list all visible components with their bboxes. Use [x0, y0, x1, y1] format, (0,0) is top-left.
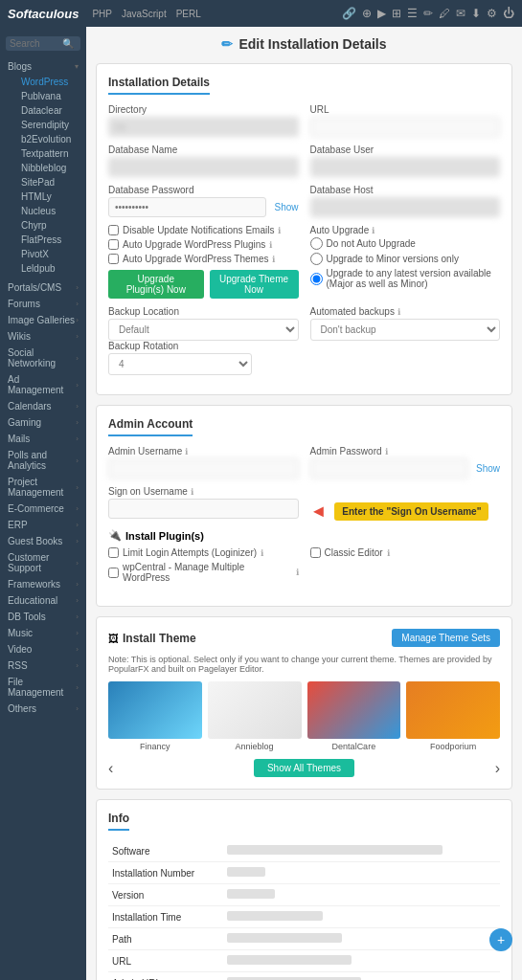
sidebar-item-social[interactable]: Social Networking › [0, 345, 86, 371]
show-all-themes-button[interactable]: Show All Themes [254, 759, 354, 777]
edit-icon[interactable]: ✏ [423, 7, 433, 20]
sidebar-item-video[interactable]: Video › [0, 641, 86, 657]
db-password-input[interactable] [108, 197, 266, 217]
classic-editor-info-icon[interactable]: ℹ [387, 548, 390, 558]
disable-updates-info-icon[interactable]: ℹ [278, 226, 281, 235]
backup-rotation-select[interactable]: 4 [108, 353, 252, 375]
sidebar-item-leldpub[interactable]: Leldpub [13, 261, 86, 276]
sidebar-item-b2evolution[interactable]: b2Evolution [13, 132, 86, 146]
settings-icon[interactable]: ⚙ [487, 7, 497, 20]
download-icon[interactable]: ⬇ [471, 7, 481, 20]
sidebar-item-chyrp[interactable]: Chyrp [13, 218, 86, 233]
upgrade-theme-button[interactable]: Upgrade Theme Now [210, 270, 299, 299]
signon-input[interactable] [108, 499, 299, 519]
js-link[interactable]: JavaScript [122, 9, 167, 19]
sidebar-item-galleries[interactable]: Image Galleries › [0, 312, 86, 328]
sidebar-item-nucleus[interactable]: Nucleus [13, 204, 86, 218]
sidebar-item-nibbleblog[interactable]: Nibbleblog [13, 161, 86, 175]
wpcentral-info-icon[interactable]: ℹ [296, 568, 299, 577]
no-autoupgrade-radio[interactable] [310, 237, 323, 250]
db-host-input[interactable] [310, 197, 501, 217]
link-icon[interactable]: 🔗 [342, 7, 356, 20]
show-admin-password-link[interactable]: Show [476, 463, 500, 474]
sidebar-item-wikis[interactable]: Wikis › [0, 328, 86, 345]
sidebar-item-music[interactable]: Music › [0, 625, 86, 641]
db-user-input[interactable] [310, 157, 501, 177]
upgrade-plugins-button[interactable]: Upgrade Plugin(s) Now [108, 270, 204, 299]
sidebar-item-others[interactable]: Others › [0, 701, 86, 717]
sidebar-item-projectmgmt[interactable]: Project Management › [0, 474, 86, 501]
auto-upgrade-themes-checkbox[interactable] [108, 254, 119, 264]
limit-login-info-icon[interactable]: ℹ [261, 548, 263, 558]
sidebar-item-htmly[interactable]: HTMLy [13, 189, 86, 204]
minor-autoupgrade-radio[interactable] [310, 253, 323, 265]
backup-location-select[interactable]: Default [108, 319, 299, 341]
theme-item-dentalcare[interactable]: DentalCare [307, 681, 401, 751]
search-input[interactable] [10, 38, 62, 49]
url-input[interactable] [310, 117, 501, 137]
sidebar-item-educational[interactable]: Educational › [0, 592, 86, 609]
theme-prev-button[interactable]: ‹ [108, 760, 113, 777]
theme-item-annieblog[interactable]: Annieblog [208, 681, 302, 751]
sidebar-item-blogs[interactable]: Blogs ▾ [0, 58, 86, 75]
sidebar-item-textpattern[interactable]: Textpattern [13, 146, 86, 161]
grid-icon[interactable]: ⊞ [392, 7, 401, 20]
sidebar-item-calendars[interactable]: Calendars › [0, 398, 86, 414]
sidebar-item-polls[interactable]: Polls and Analytics › [0, 447, 86, 474]
theme-item-foodporium[interactable]: Foodporium [406, 681, 500, 751]
automated-backups-info-icon[interactable]: ℹ [397, 307, 400, 317]
auto-upgrade-info-icon[interactable]: ℹ [372, 226, 374, 235]
limit-login-checkbox[interactable] [108, 547, 119, 558]
sidebar-item-rss[interactable]: RSS › [0, 657, 86, 674]
auto-upgrade-plugins-info-icon[interactable]: ℹ [269, 240, 272, 250]
sidebar-item-frameworks[interactable]: Frameworks › [0, 576, 86, 592]
sidebar-item-serendipity[interactable]: Serendipity [13, 118, 86, 132]
directory-input[interactable] [108, 117, 299, 137]
sidebar-item-admanagement[interactable]: Ad Management › [0, 371, 86, 398]
theme-next-button[interactable]: › [495, 760, 500, 777]
admin-username-info-icon[interactable]: ℹ [185, 447, 188, 457]
admin-password-info-icon[interactable]: ℹ [385, 447, 388, 457]
admin-username-input[interactable] [108, 458, 299, 479]
all-autoupgrade-radio[interactable] [310, 273, 323, 285]
auto-upgrade-themes-label: Auto Upgrade WordPress Themes [123, 254, 268, 264]
disable-updates-checkbox[interactable] [108, 225, 119, 235]
sidebar-item-dbtools[interactable]: DB Tools › [0, 609, 86, 625]
floating-action-button[interactable]: + [489, 928, 512, 951]
sidebar-item-erp[interactable]: ERP › [0, 517, 86, 533]
sidebar-item-portals[interactable]: Portals/CMS › [0, 279, 86, 296]
show-password-link[interactable]: Show [274, 202, 298, 212]
auto-upgrade-themes-info-icon[interactable]: ℹ [272, 255, 275, 264]
wpcentral-checkbox[interactable] [108, 568, 119, 578]
sidebar-item-flatpress[interactable]: FlatPress [13, 233, 86, 247]
wordpress-icon[interactable]: ⊕ [362, 7, 372, 20]
sidebar-item-ecommerce[interactable]: E-Commerce › [0, 501, 86, 517]
signon-info-icon[interactable]: ℹ [191, 487, 193, 497]
power-icon[interactable]: ⏻ [503, 7, 514, 20]
admin-password-input[interactable] [310, 458, 468, 479]
classic-editor-checkbox[interactable] [310, 547, 321, 558]
perl-link[interactable]: PERL [176, 9, 201, 19]
sidebar-item-mails[interactable]: Mails › [0, 431, 86, 447]
search-bar[interactable]: 🔍 [6, 36, 80, 51]
sidebar-item-filemanagement[interactable]: File Management › [0, 674, 86, 701]
sidebar-item-gaming[interactable]: Gaming › [0, 414, 86, 431]
sidebar-item-dataclear[interactable]: Dataclear [13, 103, 86, 118]
list-icon[interactable]: ☰ [407, 7, 418, 20]
php-link[interactable]: PHP [92, 9, 112, 19]
mail-icon[interactable]: ✉ [456, 7, 465, 20]
manage-theme-sets-button[interactable]: Manage Theme Sets [392, 629, 500, 647]
db-name-input[interactable] [108, 157, 299, 177]
play-icon[interactable]: ▶ [377, 7, 386, 20]
theme-item-financy[interactable]: Financy [108, 681, 202, 751]
sidebar-item-wordpress[interactable]: WordPress [13, 75, 86, 89]
sidebar-item-sitepad[interactable]: SitePad [13, 175, 86, 189]
automated-backups-select[interactable]: Don't backup [310, 319, 501, 341]
auto-upgrade-plugins-checkbox[interactable] [108, 239, 119, 250]
sidebar-item-customersupport[interactable]: Customer Support › [0, 549, 86, 576]
sidebar-item-forums[interactable]: Forums › [0, 296, 86, 312]
sidebar-item-pivotx[interactable]: PivotX [13, 247, 86, 261]
pen-icon[interactable]: 🖊 [439, 7, 450, 20]
sidebar-item-guestbooks[interactable]: Guest Books › [0, 533, 86, 549]
sidebar-item-publvana[interactable]: Publvana [13, 89, 86, 103]
